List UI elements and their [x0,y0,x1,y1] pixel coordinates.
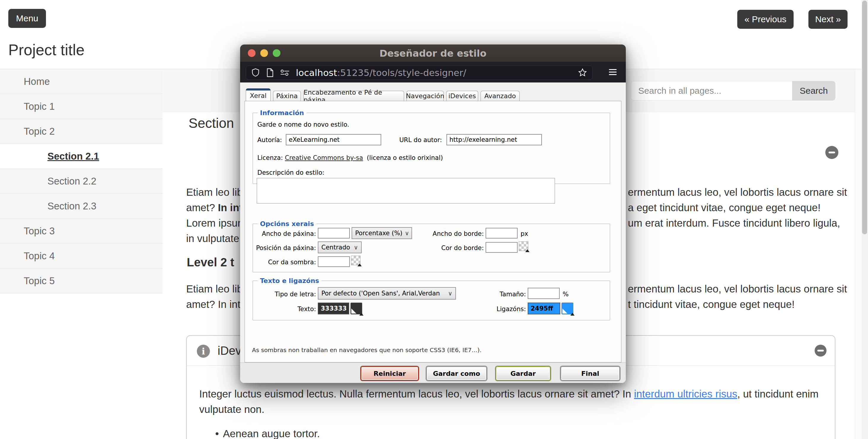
interdum-link[interactable]: interdum ultricies risus [634,388,737,400]
chevron-down-icon: ∨ [403,230,409,237]
licenza-link[interactable]: Creative Commons by-sa [285,154,363,162]
gardar-como-button[interactable]: Gardar como [426,366,487,381]
texto-swatch-arrow [359,313,364,316]
ancho-paxina-label: Ancho de páxina: [253,230,316,237]
posicion-select[interactable]: Centrado∨ [318,241,362,253]
url-autor-label: URL do autor: [399,137,442,144]
style-designer-window: Deseñador de estilo localhost:51235/tool… [240,45,626,383]
idevice-bullet-item: Aenean augue tortor. [223,426,320,439]
cor-sombra-input[interactable] [318,256,350,267]
info-icon: i [197,345,210,358]
texto-label: Texto: [253,305,316,313]
chevron-down-icon: ∨ [351,244,358,251]
paragraph1-line4-left: in vulputate [186,231,239,246]
final-button[interactable]: Final [560,366,620,381]
bookmark-star-icon[interactable] [578,68,588,78]
px-unit: px [521,230,528,237]
percent-unit: % [563,291,568,298]
tipo-letra-select[interactable]: Por defecto ('Open Sans', Arial,Verdana,… [318,287,456,300]
sidebar-item-section21[interactable]: Section 2.1 [0,144,162,169]
ligazons-label: Ligazóns: [462,305,526,313]
legend-informacion: Información [258,109,307,117]
ancho-unit-select[interactable]: Porcentaxe (%)∨ [351,227,412,239]
page-icon[interactable] [266,68,275,78]
section-heading: Section [189,115,234,131]
tab-idevices[interactable]: iDevices [446,91,478,101]
cor-borde-input[interactable] [486,242,518,253]
autoria-input[interactable] [286,134,381,145]
ancho-borde-input[interactable] [486,228,518,238]
descripcion-label: Descripción do estilo: [257,169,324,176]
url-autor-input[interactable] [446,134,542,145]
posicion-label: Posición da páxina: [253,244,316,252]
paragraph1-line2-right: a eget tincidunt vitae, congue eget nequ… [628,200,820,215]
previous-button[interactable]: « Previous [737,10,794,29]
dialog-body: Xeral Páxina Encabezamento e Pé de páxin… [240,83,626,383]
sidebar-item-topic2[interactable]: Topic 2 [0,119,162,144]
tipo-letra-value: Por defecto ('Open Sans', Arial,Verdana,… [321,290,440,297]
sidebar-item-home[interactable]: Home [0,69,162,94]
sidebar-item-topic3[interactable]: Topic 3 [0,218,162,243]
cor-sombra-label: Cor da sombra: [253,259,316,266]
descripcion-textarea[interactable] [257,178,555,203]
reiniciar-button[interactable]: Reiniciar [361,366,419,381]
tipo-letra-label: Tipo de letra: [253,291,316,298]
sidebar-item-topic1[interactable]: Topic 1 [0,94,162,119]
url-host: localhost [296,67,337,78]
paragraph1-line2-pre: amet? [186,202,218,213]
paragraph2-line1-left: Etiam leo lib [186,281,243,297]
cor-sombra-picker-arrow [358,263,362,266]
info-hint: Garde o nome do novo estilo. [257,121,349,128]
tab-xeral[interactable]: Xeral [246,88,271,101]
browser-toolbar: localhost:51235/tools/style-designer/ [240,62,626,83]
level2-heading: Level 2 t [187,256,234,269]
url-bar[interactable]: localhost:51235/tools/style-designer/ [246,65,593,80]
tamano-input[interactable] [528,288,560,299]
paragraph2-line2-left: amet? In int [186,297,241,312]
idevice-paragraph-line2: vulputate non. [199,402,265,417]
permissions-icon[interactable] [280,68,290,77]
legend-texto-ligazons: Texto e ligazóns [258,277,321,285]
css3-note: As sombras non traballan en navegadores … [252,347,482,354]
idevice-paragraph-line1: Integer luctus euismod lectus. Nulla fer… [199,386,818,402]
tab-navegacion[interactable]: Navegación [406,91,444,101]
search-input[interactable] [631,81,793,100]
sidebar-item-section23[interactable]: Section 2.3 [0,194,162,218]
texto-color-input[interactable] [318,302,349,315]
sidebar-item-topic4[interactable]: Topic 4 [0,243,162,268]
menu-button[interactable]: Menu [8,9,46,28]
ancho-borde-label: Ancho do borde: [421,230,484,237]
paragraph1-line3-right: um erat interdum. Fusce tincidunt libero… [628,215,840,231]
ligazons-color-input[interactable] [528,302,560,315]
shield-icon[interactable] [251,68,260,78]
cor-borde-label: Cor do borde: [421,244,484,252]
paragraph1-line2-left: amet? In int [186,200,243,215]
sidebar-item-section22[interactable]: Section 2.2 [0,169,162,194]
gardar-button[interactable]: Gardar [495,366,551,381]
tab-paxina[interactable]: Páxina [273,91,301,101]
paragraph1-line2-bold: In int [218,202,243,213]
hamburger-menu-icon[interactable] [608,67,618,77]
idevice-paragraph-post: , ut tincidunt enim [737,388,818,400]
page-title: Project title [8,41,85,59]
paragraph2-line1-right: ermentum lacus leo, vel lobortis lacus o… [628,281,847,297]
autoria-label: Autoría: [257,137,282,144]
collapse-idevice-icon[interactable] [815,345,827,356]
posicion-value: Centrado [321,244,350,251]
tab-encabezamento[interactable]: Encabezamento e Pé de páxina [303,91,404,101]
content-gutter [855,69,862,439]
paragraph1-line1-left: Etiam leo lib [186,184,243,200]
search-button[interactable]: Search [792,81,835,100]
scrollbar-thumb[interactable] [862,1,867,234]
idevice-title: iDev [218,344,241,357]
tab-avanzado[interactable]: Avanzado [480,91,520,101]
legend-opcions-xerais: Opcións xerais [258,220,316,228]
next-button[interactable]: Next » [808,10,847,29]
paragraph2-line2-right: t tincidunt vitae, congue eget neque! [628,297,795,312]
ancho-paxina-input[interactable] [318,228,350,238]
chevron-down-icon: ∨ [445,290,453,297]
ligazons-swatch-arrow [570,313,575,316]
collapse-section-icon[interactable] [825,146,838,159]
sidebar-item-topic5[interactable]: Topic 5 [0,268,162,293]
idevice-paragraph-pre: Integer luctus euismod lectus. Nulla fer… [199,388,634,400]
